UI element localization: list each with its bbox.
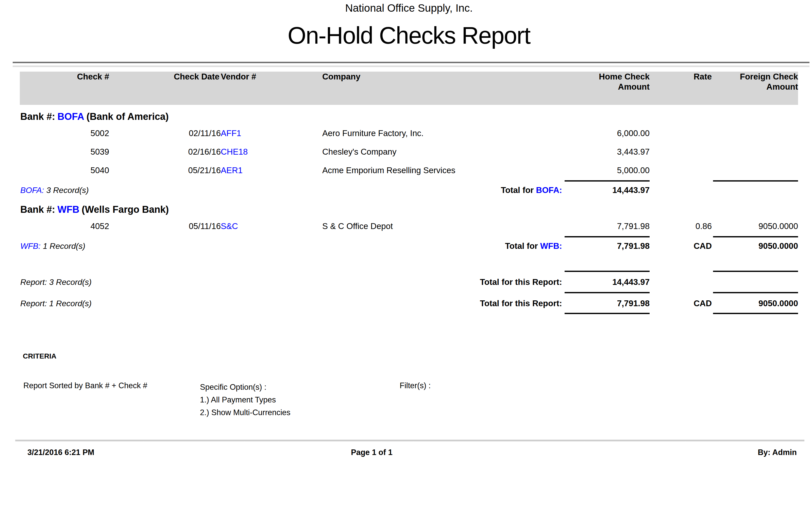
foreign-amount-cell	[712, 165, 798, 180]
column-header-row: Check # Check Date Vendor # Company Home…	[20, 72, 798, 105]
footer-timestamp: 3/21/2016 6:21 PM	[27, 447, 94, 458]
check-row: 5039 02/16/16 CHE18 Chesley's Company 3,…	[20, 147, 798, 165]
check-no-cell: 4052	[20, 221, 109, 235]
bank-total-currency: CAD	[650, 238, 712, 257]
total-rule-row	[20, 180, 798, 183]
home-amount-cell: 6,000.00	[525, 128, 650, 147]
bank-name: (Bank of America)	[86, 111, 169, 122]
report-total-foreign-amount: 9050.0000	[712, 294, 798, 312]
total-rule	[713, 292, 798, 293]
home-amount-cell: 5,000.00	[525, 165, 650, 180]
report-total-currency	[650, 273, 712, 291]
rate-cell	[650, 165, 712, 180]
home-amount-cell: 3,443.97	[525, 147, 650, 165]
bank-total-label-code[interactable]: BOFA:	[536, 185, 562, 195]
report-record-count: Report: 1 Record(s)	[20, 298, 92, 309]
column-header-rate: Rate	[650, 72, 712, 105]
vendor-link[interactable]: CHE18	[221, 147, 322, 165]
column-header-vendor-no: Vendor #	[221, 72, 322, 105]
column-header-foreign-amount: Foreign Check Amount	[712, 72, 798, 105]
criteria-options: Specific Option(s) : 1.) All Payment Typ…	[200, 381, 290, 419]
bank-record-count: BOFA: 3 Record(s)	[20, 185, 89, 195]
report-page: National Office Supply, Inc. On-Hold Che…	[0, 0, 812, 520]
bank-record-count-code[interactable]: BOFA:	[20, 186, 44, 195]
bank-group-header: Bank #:WFB(Wells Fargo Bank)	[20, 201, 798, 221]
total-rule-row	[20, 270, 798, 273]
rate-cell	[650, 128, 712, 147]
company-cell: Aero Furniture Factory, Inc.	[322, 128, 525, 147]
report-total-foreign-amount	[712, 273, 798, 291]
company-cell: Chesley's Company	[322, 147, 525, 165]
report-total-label: Total for this Report:	[480, 277, 562, 287]
column-header-home-amount: Home Check Amount	[525, 72, 650, 105]
check-row: 5040 05/21/16 AER1 Acme Emporium Reselli…	[20, 165, 798, 180]
report-total-row: Report: 1 Record(s) Total for this Repor…	[20, 294, 798, 312]
total-rule	[565, 292, 650, 293]
check-date-cell: 05/21/16	[109, 165, 221, 180]
criteria-option: 2.) Show Multi-Currencies	[200, 406, 290, 419]
bank-total-currency	[650, 183, 712, 201]
title-divider-dark	[13, 62, 809, 63]
footer-page-info: Page 1 of 1	[351, 447, 393, 458]
bank-total-label-prefix: Total for	[501, 185, 536, 195]
total-rule-row	[20, 291, 798, 294]
criteria-sort-text: Report Sorted by Bank # + Check #	[23, 381, 147, 391]
total-rule	[713, 180, 798, 182]
bank-label: Bank #:	[20, 204, 55, 215]
vendor-link[interactable]: AER1	[221, 165, 322, 180]
check-no-cell: 5039	[20, 147, 109, 165]
rate-cell	[650, 147, 712, 165]
check-no-cell: 5040	[20, 165, 109, 180]
footer-generated-by: By: Admin	[695, 447, 797, 458]
title-divider-light	[13, 66, 809, 67]
bank-record-count-text: 1 Record(s)	[40, 241, 85, 251]
report-total-label: Total for this Report:	[480, 298, 562, 309]
column-header-check-no: Check #	[20, 72, 109, 105]
home-amount-cell: 7,791.98	[525, 221, 650, 235]
spacer-row	[20, 257, 798, 270]
criteria-option: 1.) All Payment Types	[200, 394, 290, 406]
column-header-home-amount-line1: Home Check	[525, 72, 650, 82]
page-title: On-Hold Checks Report	[20, 22, 798, 49]
check-row: 4052 05/11/16 S&C S & C Office Depot 7,7…	[20, 221, 798, 235]
vendor-link[interactable]: S&C	[221, 221, 322, 235]
bank-name: (Wells Fargo Bank)	[82, 204, 169, 215]
total-rule	[713, 271, 798, 272]
bank-record-count: WFB: 1 Record(s)	[20, 241, 85, 251]
bank-code-link[interactable]: BOFA	[57, 111, 84, 122]
bank-record-count-code[interactable]: WFB:	[20, 241, 40, 251]
bank-total-label-prefix: Total for	[505, 241, 540, 251]
check-date-cell: 02/16/16	[109, 147, 221, 165]
column-header-foreign-amount-line1: Foreign Check	[712, 72, 798, 82]
column-header-check-date: Check Date	[109, 72, 221, 105]
check-row: 5002 02/11/16 AFF1 Aero Furniture Factor…	[20, 128, 798, 147]
company-cell: Acme Emporium Reselling Services	[322, 165, 525, 180]
total-rule-row	[20, 235, 798, 238]
bank-group-header: Bank #:BOFA(Bank of America)	[20, 105, 798, 128]
report-total-row: Report: 3 Record(s) Total for this Repor…	[20, 273, 798, 291]
report-total-currency: CAD	[650, 294, 712, 312]
total-rule	[565, 180, 650, 182]
total-rule	[565, 313, 650, 314]
foreign-amount-cell	[712, 147, 798, 165]
column-header-company: Company	[322, 72, 525, 105]
report-record-count: Report: 3 Record(s)	[20, 277, 92, 287]
criteria-heading: CRITERIA	[23, 352, 56, 360]
rate-cell: 0.86	[650, 221, 712, 235]
vendor-link[interactable]: AFF1	[221, 128, 322, 147]
bank-total-label-code[interactable]: WFB:	[540, 241, 562, 251]
bank-total-row: BOFA: 3 Record(s) Total for BOFA: 14,443…	[20, 183, 798, 201]
total-rule-row	[20, 312, 798, 315]
bank-total-label: Total for WFB:	[505, 241, 562, 251]
bank-total-foreign-amount	[712, 183, 798, 201]
check-no-cell: 5002	[20, 128, 109, 147]
footer-divider	[15, 440, 804, 442]
bank-code-link[interactable]: WFB	[57, 204, 79, 215]
total-rule	[565, 236, 650, 237]
criteria-options-label: Specific Option(s) :	[200, 381, 290, 394]
check-date-cell: 05/11/16	[109, 221, 221, 235]
total-rule	[713, 313, 798, 314]
company-cell: S & C Office Depot	[322, 221, 525, 235]
check-date-cell: 02/11/16	[109, 128, 221, 147]
column-header-foreign-amount-line2: Amount	[712, 82, 798, 92]
